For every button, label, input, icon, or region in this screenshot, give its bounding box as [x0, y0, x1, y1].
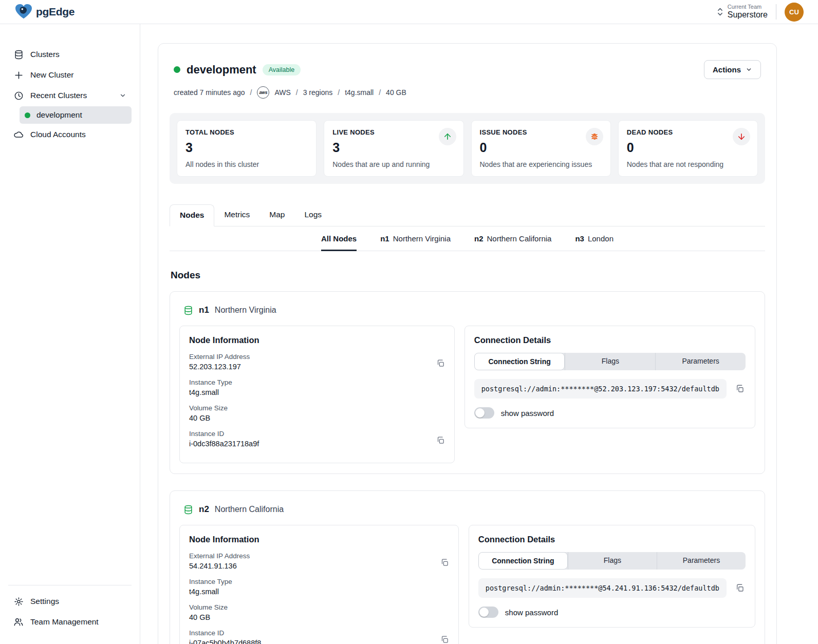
sidebar-item-label: Team Management: [30, 617, 99, 627]
bug-icon: [586, 128, 603, 145]
subtab-label: London: [588, 234, 614, 243]
field-instance-type: Instance Type t4g.small: [189, 578, 449, 596]
subtab-label: All Nodes: [321, 234, 357, 243]
copy-instance-id-button[interactable]: [435, 435, 446, 446]
database-icon: [183, 505, 193, 515]
instance-type: t4g.small: [345, 88, 374, 97]
stat-description: Nodes that are up and running: [332, 160, 455, 168]
storage-size: 40 GB: [386, 88, 406, 97]
field-volume-size: Volume Size 40 GB: [189, 404, 445, 422]
connection-string-value: postgresql://admin:********@52.203.123.1…: [474, 379, 727, 399]
sidebar-footer: Settings Team Management: [8, 585, 132, 633]
stat-description: Nodes that are experiencing issues: [480, 160, 602, 168]
node-id: n2: [199, 504, 209, 515]
node-region: Northern California: [215, 505, 284, 514]
cluster-tabs: Nodes Metrics Map Logs: [170, 204, 765, 226]
tab-parameters[interactable]: Parameters: [655, 353, 746, 370]
gear-icon: [13, 596, 24, 607]
cluster-meta: created 7 minutes ago / aws AWS / 3 regi…: [174, 86, 761, 99]
field-instance-type: Instance Type t4g.small: [189, 378, 445, 396]
meta-separator: /: [250, 88, 252, 97]
user-avatar[interactable]: CU: [785, 3, 804, 22]
tab-flags[interactable]: Flags: [568, 552, 657, 570]
field-value: 54.241.91.136: [189, 562, 434, 570]
subtab-n3[interactable]: n3 London: [575, 234, 614, 251]
actions-button[interactable]: Actions: [704, 60, 761, 79]
sidebar: Clusters New Cluster Recent Clusters dev…: [0, 24, 140, 644]
topbar-divider: [776, 4, 776, 20]
tab-map[interactable]: Map: [259, 204, 294, 226]
arrow-up-icon: [439, 128, 456, 145]
sidebar-item-label: New Cluster: [30, 70, 73, 80]
sidebar-item-team-management[interactable]: Team Management: [8, 612, 132, 632]
sidebar-item-label: Clusters: [30, 50, 60, 59]
sidebar-item-development[interactable]: development: [20, 106, 132, 124]
field-label: Volume Size: [189, 404, 430, 412]
copy-icon: [440, 635, 449, 644]
sidebar-recent-cluster-label: development: [36, 110, 82, 120]
tab-connection-string[interactable]: Connection String: [474, 353, 565, 370]
tab-parameters[interactable]: Parameters: [657, 552, 746, 570]
tab-nodes[interactable]: Nodes: [170, 204, 214, 226]
database-icon: [183, 306, 193, 315]
sidebar-item-new-cluster[interactable]: New Cluster: [8, 65, 132, 85]
sidebar-item-cloud-accounts[interactable]: Cloud Accounts: [8, 125, 132, 144]
copy-connection-string-button[interactable]: [734, 582, 746, 594]
field-external-ip: External IP Address 54.241.91.136: [189, 552, 449, 570]
field-label: Volume Size: [189, 603, 434, 611]
sidebar-item-recent-clusters[interactable]: Recent Clusters: [8, 86, 132, 105]
field-value: 52.203.123.197: [189, 363, 430, 371]
node-information-box: Node Information External IP Address 52.…: [179, 326, 455, 463]
field-label: External IP Address: [189, 552, 434, 560]
pgedge-logo[interactable]: pgEdge: [14, 4, 75, 20]
show-password-toggle[interactable]: [474, 407, 494, 419]
tab-connection-string[interactable]: Connection String: [478, 552, 568, 570]
field-value: t4g.small: [189, 388, 430, 396]
plus-icon: [13, 70, 24, 80]
copy-icon: [436, 359, 445, 368]
toggle-knob: [479, 608, 489, 617]
connection-details-box: Connection Details Connection String Fla…: [469, 525, 755, 628]
copy-instance-id-button[interactable]: [439, 634, 450, 644]
sidebar-item-settings[interactable]: Settings: [8, 592, 132, 611]
node-id: n1: [199, 305, 209, 315]
field-label: External IP Address: [189, 353, 430, 361]
users-icon: [13, 617, 24, 627]
connection-details-title: Connection Details: [478, 535, 746, 544]
subtab-label: Northern California: [487, 234, 552, 243]
subtab-node-id: n1: [380, 234, 389, 243]
stat-value: 0: [627, 140, 749, 155]
subtab-n2[interactable]: n2 Northern California: [474, 234, 551, 251]
stat-card-dead-nodes: DEAD NODES 0 Nodes that are not respondi…: [618, 120, 758, 177]
stat-card-total-nodes: TOTAL NODES 3 All nodes in this cluster: [177, 120, 317, 177]
field-external-ip: External IP Address 52.203.123.197: [189, 353, 445, 371]
show-password-toggle[interactable]: [478, 607, 498, 618]
copy-connection-string-button[interactable]: [734, 383, 746, 394]
connection-tabs: Connection String Flags Parameters: [478, 552, 746, 570]
cluster-detail-panel: development Available Actions created 7 …: [158, 43, 777, 644]
cluster-status-dot: [25, 112, 30, 118]
subtab-n1[interactable]: n1 Northern Virginia: [380, 234, 451, 251]
cloud-icon: [13, 129, 24, 140]
regions-count: 3 regions: [303, 88, 333, 97]
current-team-label: Current Team: [728, 4, 768, 10]
tab-flags[interactable]: Flags: [565, 353, 655, 370]
copy-ip-button[interactable]: [435, 358, 446, 369]
field-value: t4g.small: [189, 588, 434, 596]
node-information-box: Node Information External IP Address 54.…: [179, 525, 459, 644]
tab-metrics[interactable]: Metrics: [214, 204, 259, 226]
show-password-label: show password: [501, 409, 554, 418]
team-selector[interactable]: Current Team Superstore: [717, 4, 768, 20]
stat-card-issue-nodes: ISSUE NODES 0 Nodes that are experiencin…: [471, 120, 611, 177]
topbar: pgEdge Current Team Superstore CU: [0, 0, 818, 24]
actions-button-label: Actions: [713, 65, 741, 74]
stat-title: DEAD NODES: [627, 128, 749, 136]
sidebar-item-clusters[interactable]: Clusters: [8, 45, 132, 64]
page-title: development: [187, 63, 256, 77]
tab-logs[interactable]: Logs: [294, 204, 331, 226]
meta-separator: /: [379, 88, 381, 97]
node-card-header: n2 Northern California: [183, 504, 751, 515]
subtab-all-nodes[interactable]: All Nodes: [321, 234, 357, 251]
copy-ip-button[interactable]: [439, 557, 450, 568]
history-icon: [13, 90, 24, 101]
